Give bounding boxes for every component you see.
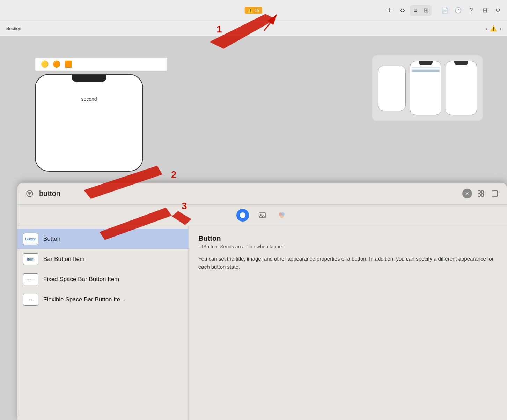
nav-arrows: ‹ ⚠️ › — [486, 25, 501, 32]
align-icon[interactable]: ≡ — [411, 6, 420, 15]
warning-icon: ⚠️ — [248, 8, 253, 13]
view-controls: ≡ ⊞ — [410, 5, 432, 16]
phone-tool-3[interactable]: 🟧 — [65, 60, 72, 68]
close-button[interactable]: ✕ — [462, 189, 472, 198]
doc-icon[interactable]: 📄 — [440, 6, 450, 15]
flex-space-icon: ↔ — [23, 294, 38, 306]
list-item-bar-button[interactable]: Item Bar Button Item — [17, 249, 188, 269]
tab-images[interactable] — [256, 209, 269, 222]
library-title: button — [39, 189, 458, 198]
detail-subtitle: UIButton: Sends an action when tapped — [198, 244, 497, 249]
second-toolbar: election ‹ ⚠️ › — [0, 21, 507, 36]
svg-point-15 — [280, 215, 284, 218]
plus-square-icon[interactable]: ⊞ — [421, 6, 431, 15]
phone2-notch — [419, 61, 433, 65]
svg-rect-4 — [478, 191, 480, 193]
sidebar-view-button[interactable] — [490, 188, 500, 199]
swap-button[interactable]: ⇔ — [397, 6, 407, 15]
screen-line-1 — [412, 67, 440, 68]
fixed-space-label: Fixed Space Bar Button Item — [43, 276, 119, 283]
screen-line-2 — [412, 69, 440, 70]
button-label: Button — [43, 235, 60, 242]
library-tabs — [17, 205, 507, 226]
filter-icon[interactable] — [24, 188, 35, 199]
svg-rect-6 — [478, 194, 480, 196]
svg-rect-5 — [481, 191, 484, 193]
grid-icon[interactable]: ⊟ — [480, 6, 490, 15]
grid-view-button[interactable] — [476, 188, 486, 199]
nav-right[interactable]: › — [500, 26, 501, 31]
preview-phone-1[interactable] — [378, 66, 406, 111]
library-header-icons: ✕ — [462, 188, 500, 199]
nav-left[interactable]: ‹ — [486, 26, 487, 31]
phone3-notch — [454, 61, 468, 65]
library-detail: Button UIButton: Sends an action when ta… — [189, 226, 507, 420]
sliders-icon[interactable]: ⚙ — [493, 6, 503, 15]
phone-tool-2[interactable]: 🟠 — [53, 60, 60, 68]
library-list: Button Button Item Bar Button Item ····· — [17, 226, 189, 420]
bar-button-icon: Item — [23, 253, 38, 265]
bar-button-label: Bar Button Item — [43, 256, 84, 263]
list-item-fixed-space[interactable]: ····· Fixed Space Bar Button Item — [17, 269, 188, 290]
preview-screen-1 — [378, 66, 405, 111]
fixed-space-icon: ····· — [23, 273, 38, 285]
phone-tool-1[interactable]: 🟡 — [41, 60, 49, 68]
svg-rect-8 — [492, 191, 498, 196]
warning-badge[interactable]: ⚠️ 19 — [245, 7, 262, 14]
phone-screen-label: second — [36, 96, 142, 102]
preview-phone-2[interactable] — [410, 61, 441, 115]
list-item-flex-space[interactable]: ↔ Flexible Space Bar Button Ite... — [17, 290, 188, 310]
phone-toolbar: 🟡 🟠 🟧 — [35, 57, 168, 71]
phone-frame: second — [35, 74, 143, 172]
preview-phone-3[interactable] — [446, 61, 477, 115]
flex-space-label: Flexible Space Bar Button Ite... — [43, 296, 125, 303]
add-button[interactable]: + — [385, 6, 395, 15]
svg-point-10 — [240, 212, 245, 218]
detail-title: Button — [198, 234, 497, 242]
preview-panel — [372, 55, 483, 121]
library-body: Button Button Item Bar Button Item ····· — [17, 226, 507, 420]
main-canvas: 🟡 🟠 🟧 second — [0, 36, 507, 420]
tab-objects[interactable] — [236, 209, 249, 222]
phone-area: 🟡 🟠 🟧 second — [35, 57, 168, 172]
tab-colors[interactable] — [275, 209, 288, 222]
clock-icon[interactable]: 🕐 — [453, 6, 463, 15]
question-icon[interactable]: ? — [466, 6, 476, 15]
warning-count: 19 — [255, 8, 259, 13]
breadcrumb: election — [6, 26, 21, 31]
library-panel: button ✕ — [17, 183, 507, 420]
nav-warning: ⚠️ — [490, 25, 497, 32]
preview-screen-3 — [446, 65, 477, 115]
svg-rect-7 — [481, 194, 484, 196]
library-header: button ✕ — [17, 183, 507, 205]
button-icon: Button — [23, 233, 38, 245]
preview-screen-2 — [410, 65, 441, 115]
phone-notch — [72, 75, 106, 82]
toolbar-right: 📄 🕐 ? ⊟ ⚙ — [440, 6, 503, 15]
screen-line-3 — [412, 70, 440, 72]
detail-description: You can set the title, image, and other … — [198, 255, 497, 271]
list-item-button[interactable]: Button Button — [17, 229, 188, 249]
top-toolbar: ⚠️ 19 + ⇔ ≡ ⊞ 📄 🕐 ? ⊟ ⚙ — [0, 0, 507, 21]
